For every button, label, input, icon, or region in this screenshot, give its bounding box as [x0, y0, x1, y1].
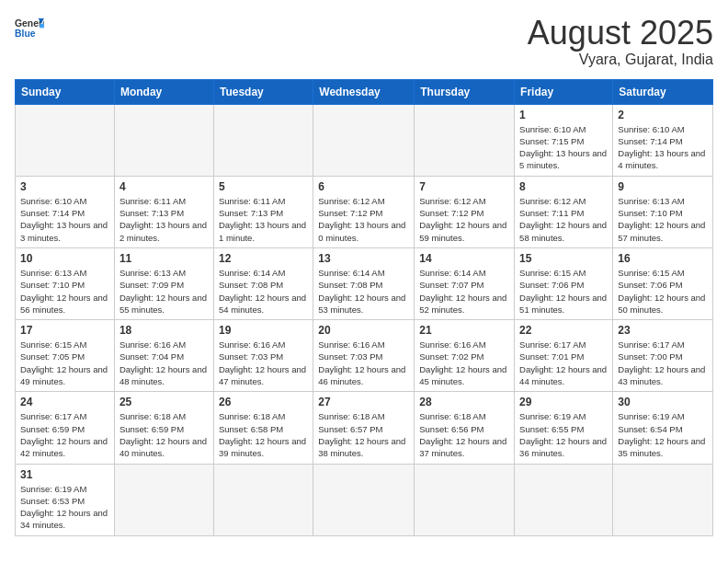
day-number: 13: [318, 252, 409, 265]
day-number: 17: [20, 324, 109, 337]
calendar-cell: 29Sunrise: 6:19 AM Sunset: 6:55 PM Dayli…: [515, 392, 613, 464]
calendar-cell: 1Sunrise: 6:10 AM Sunset: 7:15 PM Daylig…: [515, 104, 613, 176]
day-number: 1: [519, 109, 608, 121]
calendar-cell: 28Sunrise: 6:18 AM Sunset: 6:56 PM Dayli…: [415, 392, 515, 464]
day-number: 3: [20, 180, 109, 193]
day-info: Sunrise: 6:18 AM Sunset: 6:57 PM Dayligh…: [318, 410, 409, 459]
calendar-cell: 17Sunrise: 6:15 AM Sunset: 7:05 PM Dayli…: [16, 320, 115, 392]
calendar-cell: 7Sunrise: 6:12 AM Sunset: 7:12 PM Daylig…: [415, 176, 515, 247]
svg-marker-3: [40, 24, 44, 29]
calendar-cell: 23Sunrise: 6:17 AM Sunset: 7:00 PM Dayli…: [613, 320, 713, 392]
title-area: August 2025 Vyara, Gujarat, India: [528, 15, 713, 68]
calendar-cell: 13Sunrise: 6:14 AM Sunset: 7:08 PM Dayli…: [313, 247, 415, 319]
calendar-week-5: 24Sunrise: 6:17 AM Sunset: 6:59 PM Dayli…: [16, 392, 713, 464]
day-number: 28: [419, 396, 509, 408]
col-header-saturday: Saturday: [613, 79, 713, 104]
calendar-week-3: 10Sunrise: 6:13 AM Sunset: 7:10 PM Dayli…: [16, 247, 713, 319]
location-title: Vyara, Gujarat, India: [528, 52, 713, 68]
calendar-cell: 16Sunrise: 6:15 AM Sunset: 7:06 PM Dayli…: [613, 247, 713, 319]
day-info: Sunrise: 6:18 AM Sunset: 6:59 PM Dayligh…: [119, 410, 209, 459]
calendar-cell: 10Sunrise: 6:13 AM Sunset: 7:10 PM Dayli…: [16, 247, 115, 319]
calendar-week-4: 17Sunrise: 6:15 AM Sunset: 7:05 PM Dayli…: [16, 320, 713, 392]
day-info: Sunrise: 6:11 AM Sunset: 7:13 PM Dayligh…: [219, 195, 308, 244]
day-number: 26: [219, 396, 308, 408]
calendar-cell: [613, 464, 713, 535]
day-info: Sunrise: 6:13 AM Sunset: 7:10 PM Dayligh…: [20, 267, 109, 316]
calendar-cell: [114, 104, 213, 176]
col-header-thursday: Thursday: [415, 79, 515, 104]
calendar-cell: [415, 104, 515, 176]
logo: General Blue: [15, 15, 44, 40]
calendar-cell: 22Sunrise: 6:17 AM Sunset: 7:01 PM Dayli…: [515, 320, 613, 392]
calendar-cell: [213, 104, 313, 176]
day-info: Sunrise: 6:10 AM Sunset: 7:15 PM Dayligh…: [519, 123, 608, 172]
calendar-cell: 30Sunrise: 6:19 AM Sunset: 6:54 PM Dayli…: [613, 392, 713, 464]
day-number: 25: [119, 396, 209, 408]
calendar-cell: 21Sunrise: 6:16 AM Sunset: 7:02 PM Dayli…: [415, 320, 515, 392]
day-number: 9: [618, 180, 708, 193]
day-info: Sunrise: 6:15 AM Sunset: 7:06 PM Dayligh…: [618, 267, 708, 316]
calendar-cell: 27Sunrise: 6:18 AM Sunset: 6:57 PM Dayli…: [313, 392, 415, 464]
calendar-cell: [313, 464, 415, 535]
col-header-wednesday: Wednesday: [313, 79, 415, 104]
month-title: August 2025: [528, 15, 713, 52]
day-number: 4: [119, 180, 209, 193]
calendar-cell: 14Sunrise: 6:14 AM Sunset: 7:07 PM Dayli…: [415, 247, 515, 319]
day-number: 14: [419, 252, 509, 265]
calendar-cell: [515, 464, 613, 535]
day-info: Sunrise: 6:19 AM Sunset: 6:54 PM Dayligh…: [618, 410, 708, 459]
day-info: Sunrise: 6:14 AM Sunset: 7:08 PM Dayligh…: [318, 267, 409, 316]
day-info: Sunrise: 6:13 AM Sunset: 7:10 PM Dayligh…: [618, 195, 708, 244]
calendar-cell: 6Sunrise: 6:12 AM Sunset: 7:12 PM Daylig…: [313, 176, 415, 247]
day-number: 5: [219, 180, 308, 193]
day-number: 30: [618, 396, 708, 408]
col-header-tuesday: Tuesday: [213, 79, 313, 104]
day-info: Sunrise: 6:12 AM Sunset: 7:12 PM Dayligh…: [419, 195, 509, 244]
day-number: 18: [119, 324, 209, 337]
day-info: Sunrise: 6:16 AM Sunset: 7:04 PM Dayligh…: [119, 339, 209, 387]
calendar-cell: 24Sunrise: 6:17 AM Sunset: 6:59 PM Dayli…: [16, 392, 115, 464]
calendar-cell: [415, 464, 515, 535]
calendar-cell: 2Sunrise: 6:10 AM Sunset: 7:14 PM Daylig…: [613, 104, 713, 176]
calendar-cell: 12Sunrise: 6:14 AM Sunset: 7:08 PM Dayli…: [213, 247, 313, 319]
calendar-cell: 8Sunrise: 6:12 AM Sunset: 7:11 PM Daylig…: [515, 176, 613, 247]
calendar-week-2: 3Sunrise: 6:10 AM Sunset: 7:14 PM Daylig…: [16, 176, 713, 247]
day-info: Sunrise: 6:10 AM Sunset: 7:14 PM Dayligh…: [20, 195, 109, 244]
day-info: Sunrise: 6:16 AM Sunset: 7:03 PM Dayligh…: [219, 339, 308, 387]
calendar-week-6: 31Sunrise: 6:19 AM Sunset: 6:53 PM Dayli…: [16, 464, 713, 535]
day-number: 10: [20, 252, 109, 265]
calendar-cell: 3Sunrise: 6:10 AM Sunset: 7:14 PM Daylig…: [16, 176, 115, 247]
day-number: 29: [519, 396, 608, 408]
calendar-cell: 25Sunrise: 6:18 AM Sunset: 6:59 PM Dayli…: [114, 392, 213, 464]
day-info: Sunrise: 6:14 AM Sunset: 7:07 PM Dayligh…: [419, 267, 509, 316]
calendar-cell: [16, 104, 115, 176]
day-number: 8: [519, 180, 608, 193]
col-header-friday: Friday: [515, 79, 613, 104]
day-number: 27: [318, 396, 409, 408]
calendar-cell: 31Sunrise: 6:19 AM Sunset: 6:53 PM Dayli…: [16, 464, 115, 535]
day-number: 2: [618, 109, 708, 121]
day-info: Sunrise: 6:12 AM Sunset: 7:12 PM Dayligh…: [318, 195, 409, 244]
day-number: 12: [219, 252, 308, 265]
day-info: Sunrise: 6:17 AM Sunset: 7:01 PM Dayligh…: [519, 339, 608, 387]
calendar-table: SundayMondayTuesdayWednesdayThursdayFrid…: [15, 79, 713, 536]
calendar-cell: 11Sunrise: 6:13 AM Sunset: 7:09 PM Dayli…: [114, 247, 213, 319]
col-header-sunday: Sunday: [16, 79, 115, 104]
calendar-cell: 5Sunrise: 6:11 AM Sunset: 7:13 PM Daylig…: [213, 176, 313, 247]
day-info: Sunrise: 6:10 AM Sunset: 7:14 PM Dayligh…: [618, 123, 708, 172]
svg-text:Blue: Blue: [15, 29, 36, 39]
day-info: Sunrise: 6:14 AM Sunset: 7:08 PM Dayligh…: [219, 267, 308, 316]
col-header-monday: Monday: [114, 79, 213, 104]
calendar-cell: [213, 464, 313, 535]
page-header: General Blue August 2025 Vyara, Gujarat,…: [15, 15, 713, 68]
day-info: Sunrise: 6:16 AM Sunset: 7:02 PM Dayligh…: [419, 339, 509, 387]
day-number: 15: [519, 252, 608, 265]
calendar-cell: [114, 464, 213, 535]
calendar-header-row: SundayMondayTuesdayWednesdayThursdayFrid…: [16, 79, 713, 104]
logo-icon: General Blue: [15, 15, 44, 40]
day-number: 16: [618, 252, 708, 265]
day-info: Sunrise: 6:15 AM Sunset: 7:06 PM Dayligh…: [519, 267, 608, 316]
calendar-cell: 19Sunrise: 6:16 AM Sunset: 7:03 PM Dayli…: [213, 320, 313, 392]
day-info: Sunrise: 6:17 AM Sunset: 6:59 PM Dayligh…: [20, 410, 109, 459]
day-number: 22: [519, 324, 608, 337]
